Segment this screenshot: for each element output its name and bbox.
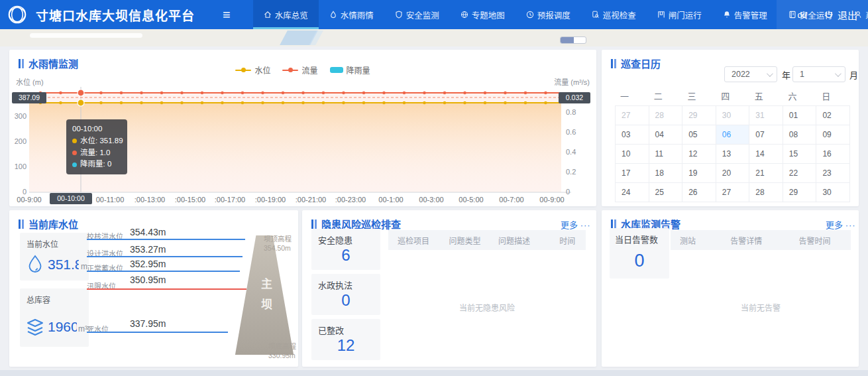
title-bars-icon [611,219,616,229]
x-tick: 00-11:00 [96,196,125,204]
y-tick: 300 [11,112,27,120]
calendar-day[interactable]: 16 [816,145,850,164]
calendar-day[interactable]: 04 [649,125,683,145]
book-icon [788,11,796,19]
y-left-marker-badge: 387.09 [12,92,46,103]
x-tick: :00-19:00 [255,196,286,204]
stat-card-hazard: 安全隐患 6 [311,229,380,270]
tab-thematic-map[interactable]: 专题地图 [450,0,515,29]
tab-reservoir-overview[interactable]: 水库总览 [253,0,319,29]
tab-label: 系统管理 [865,9,868,21]
calendar-day[interactable]: 12 [682,145,716,164]
calendar-day[interactable]: 30 [716,106,750,125]
calendar-day[interactable]: 26 [682,183,716,202]
shield-icon [395,11,403,19]
dam-base-note: 坝底高程 330.95m [268,342,296,360]
map-icon [461,11,468,19]
gate-icon [657,11,665,19]
alert-count-card: 当日告警数 0 [610,228,669,279]
calendar-day[interactable]: 23 [816,164,850,183]
calendar-day-selected[interactable]: 06 [716,125,750,145]
capacity-value: 19600 [48,319,77,335]
dot-icon [72,139,77,143]
month-select[interactable]: 1 [792,66,845,82]
stat-value: 12 [311,336,380,355]
calendar-day[interactable]: 19 [682,164,716,183]
calendar-day[interactable]: 11 [649,145,683,164]
alert-more-button[interactable]: 更多 ··· [826,218,856,231]
stat-value: 0 [311,291,380,310]
flood-limit-line [87,288,246,290]
stat-card-rectified: 已整改 12 [311,319,380,360]
dot-icon [72,162,77,167]
risk-more-button[interactable]: 更多 ··· [561,218,591,231]
calendar-day[interactable]: 20 [716,164,750,183]
y-tick: 100 [11,162,27,170]
calendar-day[interactable]: 02 [816,106,850,125]
calendar-day[interactable]: 24 [616,183,649,202]
calendar-day[interactable]: 14 [749,145,783,164]
calendar-day[interactable]: 29 [682,106,716,125]
tab-safety-monitor[interactable]: 安全监测 [384,0,450,29]
calendar-day[interactable]: 22 [783,164,817,183]
tab-gate-operation[interactable]: 闸门运行 [647,0,712,29]
year-select[interactable]: 2022 [724,66,777,82]
col-header: 告警详情 [721,235,789,246]
calendar-day[interactable]: 29 [783,183,817,202]
calendar-day[interactable]: 21 [749,164,783,183]
col-header: 巡检项目 [388,235,439,246]
calendar-day[interactable]: 15 [783,145,817,164]
calendar-day[interactable]: 18 [649,164,683,183]
alert-count-value: 0 [610,251,669,271]
nav-tabs: 水库总览 水情雨情 安全监测 专题地图 预报调度 巡视检查 [253,0,868,29]
water-rain-monitor-panel: 水雨情监测 水位 流量 降雨量 水位 (m) 流量 (m³/s) [9,50,596,206]
water-drop-icon [25,254,45,275]
calendar-grid: 27 28 29 30 31 01 02 03 04 05 06 07 08 0… [615,105,850,202]
tooltip-item: 降雨量: 0 [80,158,111,170]
x-tick: :00-21:00 [296,196,326,204]
level-value: 352.95m [130,259,166,269]
calendar-day[interactable]: 08 [783,125,817,145]
current-level-label: 当前水位 [27,238,58,249]
x-tick: 00-5:00 [459,196,483,204]
y-tick: 0.6 [566,128,576,136]
calendar-day[interactable]: 09 [816,125,850,145]
chart-tooltip: 00-10:00 水位: 351.89 流量: 1.0 降雨量: 0 [66,119,127,174]
calendar-day[interactable]: 28 [749,183,783,202]
calendar-day[interactable]: 13 [716,145,750,164]
calendar-day[interactable]: 31 [749,106,783,125]
level-line [87,256,243,257]
calendar-day[interactable]: 01 [783,106,817,125]
weekday: 日 [816,90,850,102]
tab-patrol-inspection[interactable]: 巡视检查 [581,0,647,29]
calendar-day[interactable]: 25 [649,183,683,202]
calendar-day[interactable]: 10 [616,145,649,164]
bell-icon [723,11,731,19]
weekday: 五 [749,90,783,102]
calendar-day[interactable]: 07 [749,125,783,145]
menu-toggle-icon[interactable]: ≡ [223,8,231,21]
title-bars-icon [311,219,317,229]
tab-alarm-management[interactable]: 告警管理 [712,0,778,29]
calendar-day[interactable]: 03 [616,125,649,145]
calendar-day[interactable]: 17 [616,164,649,183]
alert-empty-message: 当前无告警 [671,302,851,313]
logout-button[interactable]: 退出 [824,0,857,29]
level-line [87,239,245,240]
calendar-day[interactable]: 27 [616,106,649,125]
stat-label: 安全隐患 [318,233,353,246]
calendar-day[interactable]: 05 [682,125,716,145]
calendar-day[interactable]: 30 [816,183,850,202]
bottom-strip [0,370,868,376]
tab-water-rain[interactable]: 水情雨情 [319,0,384,29]
username[interactable]: dd [798,0,807,29]
layers-icon [25,316,45,338]
patrol-calendar-panel: 巡查日历 2022 年 1 月 一 二 三 四 五 六 日 27 28 29 3… [602,50,859,206]
tab-forecast-dispatch[interactable]: 预报调度 [515,0,581,29]
calendar-day[interactable]: 28 [649,106,683,125]
capacity-label: 总库容 [27,294,50,305]
risk-table-header: 巡检项目 问题类型 问题描述 时间 [388,230,586,250]
tab-label: 安全监测 [406,9,439,21]
calendar-day[interactable]: 27 [716,183,750,202]
mini-toggle[interactable] [560,36,586,44]
